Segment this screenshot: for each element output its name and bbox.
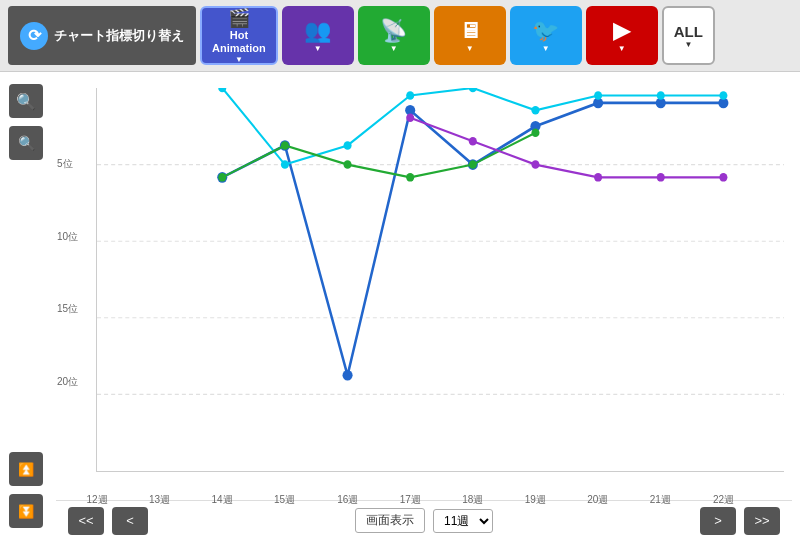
- week-select[interactable]: 11週 12週 13週: [433, 509, 493, 533]
- twitter-arrow: ▼: [542, 44, 550, 53]
- svg-point-24: [344, 160, 352, 169]
- x-label-19: 19週: [525, 493, 546, 507]
- main-content: 🔍 🔍 ⏫ ⏬: [0, 72, 800, 540]
- last-button[interactable]: >>: [744, 507, 780, 535]
- hot-animation-arrow: ▼: [235, 55, 243, 64]
- svg-point-30: [531, 160, 539, 169]
- svg-point-32: [657, 173, 665, 182]
- scroll-up-fast-button[interactable]: ⏫: [9, 452, 43, 486]
- svg-point-25: [406, 173, 414, 182]
- x-label-21: 21週: [650, 493, 671, 507]
- svg-point-20: [657, 91, 665, 100]
- y-label-15: 15位: [57, 302, 82, 316]
- svg-point-26: [469, 160, 477, 169]
- chart-area: 5位 10位 15位 20位 12週 13週 14週 15週 16週 17週 1…: [52, 72, 800, 540]
- x-label-13: 13週: [149, 493, 170, 507]
- svg-point-15: [344, 141, 352, 150]
- x-label-20: 20週: [587, 493, 608, 507]
- toolbar: ⟳ チャート指標切り替え 🎬 HotAnimation ▼ 👥 ▼ 📡 ▼ 🖥 …: [0, 0, 800, 72]
- hot-animation-label: HotAnimation: [212, 29, 266, 55]
- display-label: 画面表示: [355, 508, 425, 533]
- tab-all[interactable]: ALL ▼: [662, 6, 715, 65]
- next-button[interactable]: >: [700, 507, 736, 535]
- x-label-17: 17週: [400, 493, 421, 507]
- svg-point-18: [531, 106, 539, 115]
- x-label-16: 16週: [337, 493, 358, 507]
- tab-twitter[interactable]: 🐦 ▼: [510, 6, 582, 65]
- screen-arrow: ▼: [466, 44, 474, 53]
- y-label-5: 5位: [57, 157, 77, 171]
- x-label-22: 22週: [713, 493, 734, 507]
- x-label-15: 15週: [274, 493, 295, 507]
- zoom-out-button[interactable]: 🔍: [9, 126, 43, 160]
- youtube-icon: ▶: [613, 18, 630, 44]
- chart-container: 5位 10位 15位 20位 12週 13週 14週 15週 16週 17週 1…: [96, 88, 784, 472]
- x-label-14: 14週: [211, 493, 232, 507]
- chart-svg: [97, 88, 784, 471]
- svg-point-22: [218, 173, 226, 182]
- tab-social[interactable]: 👥 ▼: [282, 6, 354, 65]
- y-label-20: 20位: [57, 375, 82, 389]
- svg-point-28: [406, 114, 414, 123]
- tab-podcast[interactable]: 📡 ▼: [358, 6, 430, 65]
- youtube-arrow: ▼: [618, 44, 626, 53]
- x-label-12: 12週: [86, 493, 107, 507]
- y-axis: 5位 10位 15位 20位: [57, 88, 95, 471]
- social-icon: 👥: [304, 18, 331, 44]
- podcast-icon: 📡: [380, 18, 407, 44]
- svg-point-21: [719, 91, 727, 100]
- brand-label: チャート指標切り替え: [54, 27, 184, 45]
- y-label-10: 10位: [57, 230, 82, 244]
- zoom-in-button[interactable]: 🔍: [9, 84, 43, 118]
- tab-youtube[interactable]: ▶ ▼: [586, 6, 658, 65]
- all-label: ALL: [674, 23, 703, 40]
- screen-icon: 🖥: [459, 18, 481, 44]
- svg-point-23: [281, 141, 289, 150]
- brand-icon: ⟳: [20, 22, 48, 50]
- scroll-down-fast-button[interactable]: ⏬: [9, 494, 43, 528]
- svg-point-6: [343, 370, 353, 381]
- svg-point-31: [594, 173, 602, 182]
- first-button[interactable]: <<: [68, 507, 104, 535]
- svg-point-17: [469, 88, 477, 92]
- svg-point-33: [719, 173, 727, 182]
- twitter-icon: 🐦: [532, 18, 559, 44]
- svg-point-14: [281, 160, 289, 169]
- all-arrow: ▼: [684, 40, 692, 49]
- tab-hot-animation[interactable]: 🎬 HotAnimation ▼: [200, 6, 278, 65]
- sidebar: 🔍 🔍 ⏫ ⏬: [0, 72, 52, 540]
- podcast-arrow: ▼: [390, 44, 398, 53]
- brand-button[interactable]: ⟳ チャート指標切り替え: [8, 6, 196, 65]
- svg-point-19: [594, 91, 602, 100]
- footer-center: 画面表示 11週 12週 13週: [355, 508, 493, 533]
- prev-button[interactable]: <: [112, 507, 148, 535]
- x-label-18: 18週: [462, 493, 483, 507]
- svg-point-27: [531, 128, 539, 137]
- tab-screen[interactable]: 🖥 ▼: [434, 6, 506, 65]
- svg-point-16: [406, 91, 414, 100]
- social-arrow: ▼: [314, 44, 322, 53]
- svg-point-29: [469, 137, 477, 146]
- hot-animation-icon: 🎬: [228, 7, 250, 29]
